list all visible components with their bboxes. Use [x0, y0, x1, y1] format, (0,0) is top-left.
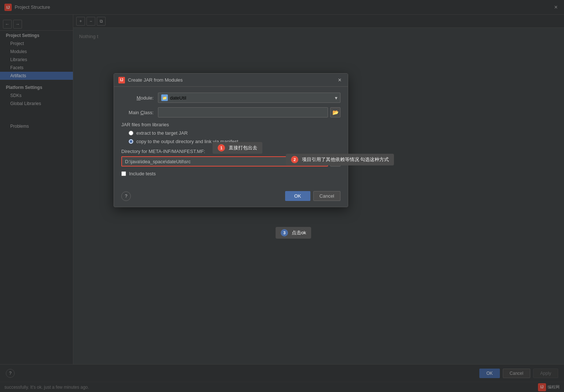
radio-extract[interactable]: [129, 131, 133, 135]
radio-extract-row: extract to the target JAR: [121, 130, 340, 136]
annotation-2-text: 项目引用了其他依赖等情况 勾选这种方式: [302, 157, 389, 162]
dialog-body: Module: 📁 dateUtil ▾ Main Class:: [114, 87, 348, 188]
module-value: dateUtil: [170, 95, 186, 101]
include-tests-row: Include tests: [121, 171, 340, 176]
dialog-cancel-button[interactable]: Cancel: [313, 191, 340, 201]
main-window: IJ Project Structure × ← → Project Setti…: [0, 0, 564, 392]
jar-files-section-label: JAR files from libraries: [121, 122, 340, 127]
module-select[interactable]: 📁 dateUtil: [158, 93, 340, 103]
module-input-wrap: 📁 dateUtil ▾: [158, 93, 340, 103]
dialog-ok-button[interactable]: OK: [285, 191, 310, 201]
dialog-close-button[interactable]: ×: [336, 77, 343, 83]
annotation-1-text: 直接打包出去: [229, 145, 257, 150]
main-class-input[interactable]: [158, 107, 328, 117]
radio-copy[interactable]: [129, 139, 133, 144]
dialog-footer: ? OK Cancel: [114, 188, 348, 207]
annotation-2-badge: 2: [291, 156, 298, 163]
module-icon: 📁: [161, 94, 168, 101]
annotation-1-badge: 1: [218, 144, 225, 152]
dialog-title-bar: IJ Create JAR from Modules ×: [114, 74, 348, 87]
annotation-2: 2 项目引用了其他依赖等情况 勾选这种方式: [286, 154, 394, 165]
module-label: Module:: [121, 95, 158, 101]
include-tests-checkbox[interactable]: [121, 171, 126, 176]
main-class-label: Main Class:: [121, 110, 158, 115]
annotation-3-text: 点击ok: [292, 230, 306, 235]
include-tests-label[interactable]: Include tests: [129, 171, 156, 176]
dialog-title: Create JAR from Modules: [128, 77, 183, 83]
dialog-footer-buttons: OK Cancel: [285, 191, 340, 201]
annotation-3: 3 点击ok: [276, 227, 311, 239]
radio-extract-label[interactable]: extract to the target JAR: [136, 130, 188, 136]
module-row: Module: 📁 dateUtil ▾: [121, 93, 340, 103]
module-select-wrap: 📁 dateUtil ▾: [158, 93, 340, 103]
create-jar-dialog: IJ Create JAR from Modules × Module: 📁 d…: [114, 73, 348, 207]
main-class-input-wrap: 📂: [158, 107, 340, 117]
dialog-icon: IJ: [118, 77, 125, 83]
main-class-browse-button[interactable]: 📂: [330, 107, 340, 117]
annotation-3-badge: 3: [281, 229, 288, 236]
annotation-1: 1 直接打包出去: [213, 142, 262, 154]
dialog-help-button[interactable]: ?: [121, 191, 131, 201]
main-class-row: Main Class: 📂: [121, 107, 340, 117]
